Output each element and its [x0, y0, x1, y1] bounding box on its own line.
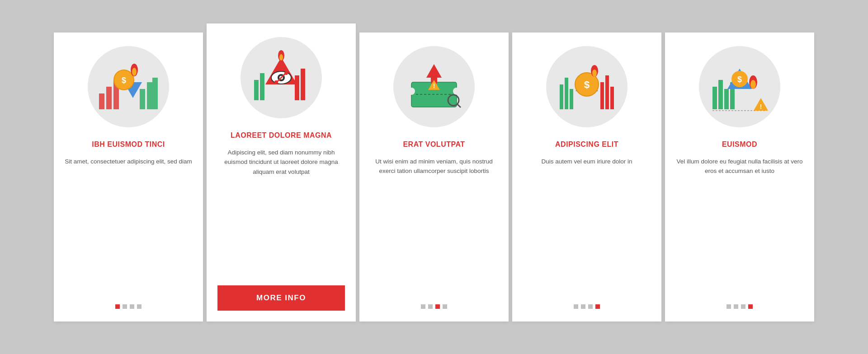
- cards-container: $ IBH EUISMOD TINCI Sit amet, consectetu…: [27, 14, 841, 340]
- card-1-dots: [115, 304, 142, 309]
- svg-rect-1: [106, 87, 112, 109]
- dot-4-2: [581, 304, 585, 309]
- dollar-triangle-warning-icon: $ !: [710, 57, 769, 116]
- card-5-dots: [726, 304, 753, 309]
- card-1: $ IBH EUISMOD TINCI Sit amet, consectetu…: [54, 33, 203, 321]
- svg-text:!: !: [760, 103, 762, 110]
- card-2: LAOREET DOLORE MAGNA Adipiscing elit, se…: [207, 23, 356, 321]
- svg-point-21: [284, 71, 288, 75]
- svg-rect-46: [718, 80, 723, 109]
- svg-rect-45: [712, 87, 717, 109]
- card-2-title: LAOREET DOLORE MAGNA: [231, 131, 332, 140]
- card-1-text: Sit amet, consectetuer adipiscing elit, …: [65, 157, 192, 292]
- dot-4-1: [574, 304, 578, 309]
- svg-text:$: $: [737, 75, 742, 84]
- dot-1-4: [137, 304, 142, 309]
- card-4-dots: [574, 304, 600, 309]
- dollar-chart-fire-icon: $: [557, 57, 616, 116]
- svg-text:$: $: [122, 76, 126, 85]
- card-3-icon-circle: !: [393, 46, 475, 127]
- svg-point-20: [274, 80, 278, 84]
- svg-rect-0: [99, 93, 104, 109]
- more-info-button[interactable]: MORE INFO: [217, 285, 345, 311]
- card-3-title: ERAT VOLUTPAT: [403, 140, 465, 149]
- dot-3-4: [443, 304, 447, 309]
- card-2-text: Adipiscing elit, sed diam nonummy nibh e…: [217, 148, 345, 276]
- svg-rect-5: [152, 78, 158, 109]
- svg-point-10: [132, 68, 137, 76]
- card-5: $ ! EUISMOD Vel illum dolore eu feugiat …: [665, 33, 814, 321]
- dot-5-1: [726, 304, 731, 309]
- dot-3-1: [421, 304, 425, 309]
- svg-point-23: [279, 54, 283, 61]
- card-4-text: Duis autem vel eum iriure dolor in: [541, 157, 632, 292]
- ticket-warning-arrow-icon: !: [405, 57, 463, 116]
- dot-1-1: [115, 304, 120, 309]
- svg-point-25: [408, 88, 415, 95]
- svg-point-26: [453, 88, 460, 95]
- card-4-icon-circle: $: [546, 46, 627, 127]
- svg-text:$: $: [584, 79, 590, 90]
- chart-coin-fire-icon: $: [99, 57, 158, 116]
- dot-5-3: [741, 304, 745, 309]
- svg-line-29: [457, 104, 461, 107]
- card-4: $ ADIPISCING ELIT Duis autem vel eum iri…: [512, 33, 661, 321]
- svg-rect-37: [600, 82, 604, 109]
- svg-rect-36: [570, 89, 573, 109]
- card-3-dots: [421, 304, 447, 309]
- svg-rect-12: [254, 80, 259, 100]
- svg-rect-4: [147, 82, 152, 109]
- dot-4-3: [588, 304, 593, 309]
- svg-text:!: !: [433, 82, 435, 89]
- svg-rect-15: [301, 69, 305, 100]
- card-2-icon-circle: [241, 37, 322, 118]
- card-3: ! ERAT VOLUTPAT Ut wisi enim ad minim ve…: [359, 33, 509, 321]
- card-3-text: Ut wisi enim ad minim veniam, quis nostr…: [370, 157, 498, 292]
- card-4-title: ADIPISCING ELIT: [555, 140, 618, 149]
- card-1-title: IBH EUISMOD TINCI: [92, 140, 165, 149]
- svg-rect-47: [724, 89, 729, 109]
- dot-4-4: [595, 304, 600, 309]
- card-1-icon-circle: $: [88, 46, 169, 127]
- dot-1-2: [123, 304, 127, 309]
- dot-3-2: [428, 304, 433, 309]
- card-5-text: Vel illum dolore eu feugiat nulla facili…: [676, 157, 803, 292]
- dot-5-4: [748, 304, 753, 309]
- card-5-title: EUISMOD: [722, 140, 757, 149]
- svg-rect-35: [565, 78, 568, 109]
- dot-3-3: [435, 304, 440, 309]
- svg-point-44: [592, 70, 597, 77]
- dot-1-3: [130, 304, 134, 309]
- card-5-icon-circle: $ !: [699, 46, 780, 127]
- svg-rect-34: [560, 84, 563, 109]
- svg-rect-3: [140, 89, 145, 109]
- svg-point-54: [750, 80, 756, 89]
- svg-rect-13: [260, 73, 264, 100]
- percent-fire-eye-icon: [252, 48, 311, 107]
- svg-rect-14: [295, 75, 299, 100]
- svg-rect-38: [605, 75, 609, 109]
- dot-5-2: [734, 304, 738, 309]
- svg-rect-39: [610, 87, 614, 109]
